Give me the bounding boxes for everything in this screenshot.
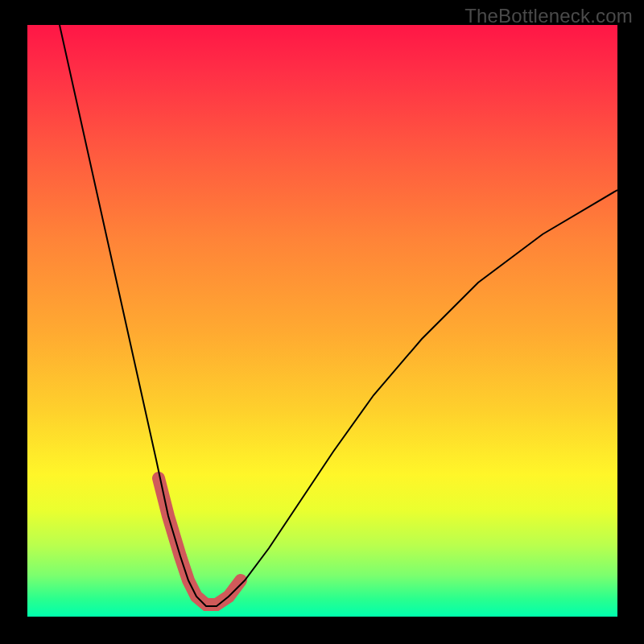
bottom-highlight-path <box>159 478 241 605</box>
chart-frame: TheBottleneck.com <box>0 0 644 644</box>
curve-path <box>60 25 617 606</box>
chart-svg <box>27 25 617 617</box>
watermark-text: TheBottleneck.com <box>464 5 633 27</box>
plot-area <box>27 25 617 617</box>
